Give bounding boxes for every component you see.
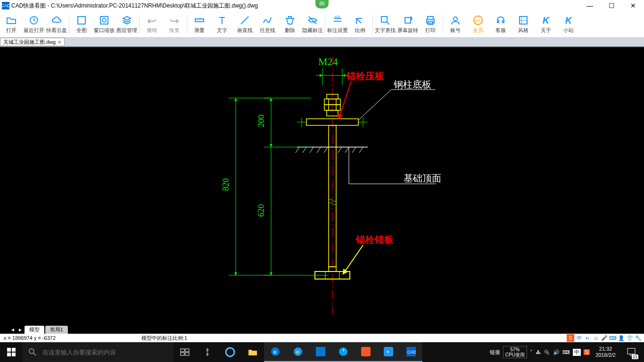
svg-text:VIP: VIP [475, 19, 481, 23]
spec-label: M24 [318, 56, 338, 67]
app-icon-3[interactable] [355, 342, 377, 362]
svg-rect-1 [78, 16, 85, 24]
rotate-button[interactable]: 屏幕旋转 [396, 11, 419, 37]
about-button[interactable]: K关于 [535, 11, 557, 37]
svg-point-11 [454, 17, 457, 21]
svg-line-46 [359, 147, 363, 153]
coordinates: x = 1896974 y = -6372 [0, 335, 141, 341]
tray-chevron-icon[interactable]: ˄ [530, 349, 533, 355]
svg-rect-64 [12, 353, 16, 356]
ime-indicator[interactable]: 中 [575, 334, 583, 342]
svg-line-52 [344, 245, 363, 272]
window-zoom-button[interactable]: 窗口缩放 [93, 11, 116, 37]
cad-app-icon[interactable]: CAD [400, 342, 422, 362]
close-button[interactable]: ✕ [622, 0, 644, 11]
start-button[interactable] [0, 342, 23, 362]
svg-rect-78 [361, 347, 371, 356]
svg-text:+: + [386, 349, 389, 355]
edge-legacy-icon[interactable] [219, 342, 241, 362]
annotation-settings-button[interactable]: A:B标注设置 [326, 11, 349, 37]
ime-tool-icon[interactable]: 👕 [626, 334, 634, 342]
service-button[interactable]: 客服 [489, 11, 512, 37]
station-button[interactable]: K小站 [557, 11, 580, 37]
svg-point-65 [29, 349, 34, 354]
ime-smile-icon[interactable]: ☺ [592, 334, 600, 342]
svg-line-66 [33, 353, 36, 355]
ime-person-icon[interactable]: 👤 [618, 334, 625, 342]
svg-line-51 [339, 81, 351, 117]
svg-line-40 [310, 147, 314, 153]
measure-button[interactable]: 测量 [188, 11, 211, 37]
scale-button[interactable]: 比例 [349, 11, 372, 37]
tray-clock[interactable]: 21:322018/2/2 [593, 346, 619, 358]
app-icon-2[interactable] [309, 342, 332, 362]
tray-volume-icon[interactable]: 🔊 [553, 349, 560, 355]
redo-button[interactable]: 恢复 [163, 11, 186, 37]
full-view-button[interactable]: 全图 [70, 11, 93, 37]
ime-punct-icon[interactable]: •› [584, 334, 591, 342]
search-input[interactable] [42, 349, 173, 356]
tray-ime-indicator[interactable]: 中 [573, 349, 581, 356]
account-button[interactable]: 账号 [444, 11, 467, 37]
text-search-button[interactable]: 文字查找 [374, 11, 396, 37]
app-icon-4[interactable]: + [377, 342, 400, 362]
recent-button[interactable]: 最近打开 [23, 11, 45, 37]
svg-line-47 [358, 90, 391, 120]
line-button[interactable]: 画直线 [233, 11, 256, 37]
svg-text:e: e [296, 349, 299, 355]
svg-rect-7 [405, 17, 411, 23]
delete-button[interactable]: 删除 [279, 11, 301, 37]
app-icon-1[interactable] [196, 342, 219, 362]
ime-keyboard-icon[interactable]: ⌨ [609, 334, 617, 342]
app-icon: CAD [2, 2, 9, 9]
ime-wrench-icon[interactable]: 🔧 [635, 334, 642, 342]
tray-power-icon[interactable]: 🔌 [544, 349, 550, 355]
close-tab-icon[interactable]: ✕ [58, 40, 61, 45]
folder-icon[interactable] [241, 342, 264, 362]
maximize-button[interactable]: ☐ [601, 0, 622, 11]
tray-keyboard-icon[interactable]: ⌨ [562, 349, 570, 355]
notification-center-icon[interactable]: 21 [621, 342, 641, 362]
ime-mic-icon[interactable]: 🎤 [601, 334, 608, 342]
tab-prev-icon[interactable]: ◄ [9, 327, 16, 332]
task-view-icon[interactable] [173, 342, 196, 362]
sogou-icon[interactable]: S [567, 334, 574, 342]
tab-next-icon[interactable]: ► [17, 327, 24, 332]
bolt-plate-label: 锚栓压板 [346, 71, 385, 81]
vip-button[interactable]: VIP会员 [467, 11, 489, 37]
file-tab[interactable]: 关城工业园施工图.dwg ✕ [0, 38, 65, 46]
tab-layout1[interactable]: 布局1 [45, 326, 68, 334]
svg-rect-62 [12, 348, 16, 352]
svg-rect-61 [7, 348, 11, 352]
browser-icon[interactable] [332, 342, 355, 362]
search-box[interactable] [23, 342, 173, 362]
open-button[interactable]: 打开 [0, 11, 23, 37]
svg-rect-83 [627, 348, 635, 354]
cloud-button[interactable]: 快看云盘 [45, 11, 68, 37]
svg-line-41 [317, 147, 321, 153]
svg-text:A:B: A:B [335, 15, 340, 18]
svg-rect-68 [185, 349, 189, 352]
base-plate-label: 钢柱底板 [393, 79, 431, 90]
tray-network-icon[interactable]: 🖧 [536, 349, 541, 355]
freeline-button[interactable]: 任意线 [256, 11, 279, 37]
link-label[interactable]: 链接 [490, 349, 500, 356]
layers-button[interactable]: 图层管理 [116, 11, 138, 37]
print-button[interactable]: 打印 [419, 11, 442, 37]
anchor-label: 锚栓锚板 [355, 234, 394, 245]
hide-annotation-button[interactable]: 隐藏标注 [301, 11, 324, 37]
title-bar: CAD CAD快速看图 - C:\Users\Administrator.PC-… [0, 0, 644, 11]
drawing-canvas[interactable]: M24 钢柱底板 基础顶面 锚栓压板 锚栓锚板 [0, 47, 644, 325]
tab-model[interactable]: 模型 [25, 326, 44, 334]
dim-200: 200 [256, 115, 266, 127]
minimize-button[interactable]: — [579, 0, 601, 11]
cpu-meter[interactable]: 57%CPU使用 [503, 346, 527, 358]
notification-badge[interactable]: 66 [315, 0, 329, 8]
text-button[interactable]: 文字 [211, 11, 233, 37]
undo-button[interactable]: 撤销 [140, 11, 163, 37]
ie-icon[interactable]: e [287, 342, 309, 362]
style-button[interactable]: 风格 [512, 11, 535, 37]
edge-icon[interactable]: e [264, 342, 287, 362]
svg-line-39 [303, 147, 306, 153]
tray-sogou-icon[interactable]: S [584, 349, 590, 355]
